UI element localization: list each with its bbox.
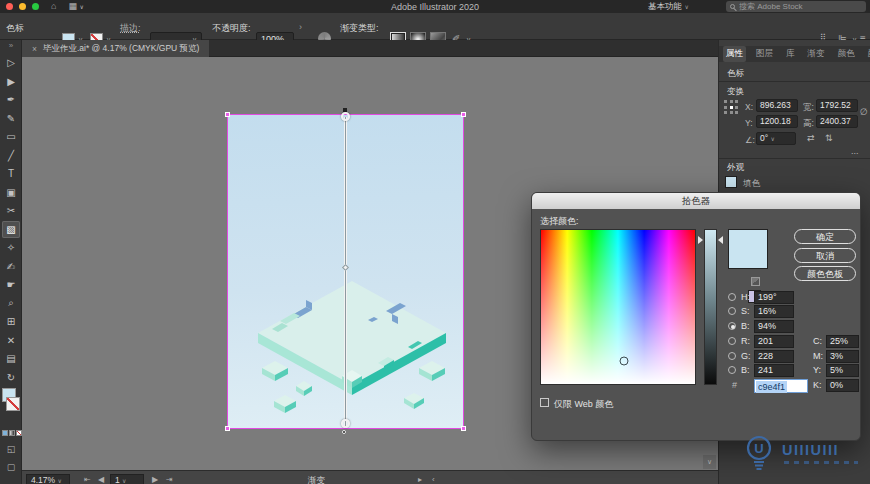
- opacity-label[interactable]: 不透明度:: [212, 22, 251, 35]
- appearance-fill-swatch[interactable]: [725, 176, 737, 188]
- b2-input[interactable]: 241: [754, 364, 794, 377]
- g-input[interactable]: 228: [754, 350, 794, 363]
- b2-radio[interactable]: [728, 366, 736, 374]
- x-input[interactable]: 896.263: [756, 99, 798, 112]
- join-tool[interactable]: ✕: [2, 332, 20, 350]
- tab-color[interactable]: 颜色: [835, 46, 858, 62]
- selection-handle[interactable]: [461, 112, 466, 117]
- rotate-view-tool[interactable]: ↻: [2, 369, 20, 387]
- collapse-toolbar-icon[interactable]: »: [0, 41, 22, 50]
- home-icon[interactable]: ⌂: [51, 0, 56, 13]
- k-input[interactable]: 0%: [826, 379, 859, 392]
- artboard-number[interactable]: 1 ∨: [110, 474, 144, 484]
- ok-button[interactable]: 确定: [794, 229, 856, 244]
- selection-handle[interactable]: [461, 426, 466, 431]
- gradient-end-stop[interactable]: [342, 430, 346, 434]
- zoom-tool[interactable]: ⌕: [2, 295, 20, 313]
- capture-tool[interactable]: ▤: [2, 350, 20, 368]
- workspace-switcher[interactable]: 基本功能 ∨: [648, 1, 689, 12]
- color-field-marker[interactable]: [620, 356, 629, 365]
- b-radio[interactable]: [728, 322, 736, 330]
- tab-libraries[interactable]: 库: [783, 46, 798, 62]
- edit-toolbar-icon[interactable]: ⋯: [0, 480, 22, 484]
- gradient-annotator-bar[interactable]: [344, 117, 347, 428]
- transform-more-options[interactable]: ...: [851, 146, 859, 156]
- scissors-tool[interactable]: ✂: [2, 202, 20, 220]
- dialog-title-bar[interactable]: 拾色器: [532, 193, 860, 209]
- gradient-start-handle[interactable]: [341, 112, 350, 121]
- tab-layers[interactable]: 图层: [753, 46, 776, 62]
- search-input[interactable]: [739, 2, 859, 11]
- gradient-tool[interactable]: ▧: [2, 221, 20, 239]
- s-radio[interactable]: [728, 307, 736, 315]
- prev-artboard-icon[interactable]: ◀: [98, 475, 104, 484]
- close-tab-icon[interactable]: ×: [32, 44, 37, 54]
- tab-gradient[interactable]: 渐变: [805, 46, 828, 62]
- cancel-button[interactable]: 取消: [794, 248, 856, 263]
- tab-color-guide[interactable]: 颜色参: [865, 46, 870, 62]
- color-swatches-button[interactable]: 颜色色板: [794, 266, 856, 281]
- gradient-mode-button[interactable]: [9, 430, 15, 436]
- toolbar-stroke-swatch[interactable]: [6, 397, 20, 411]
- hand-tool[interactable]: ☛: [2, 276, 20, 294]
- selection-handle[interactable]: [225, 426, 230, 431]
- artboard-tool[interactable]: ⊞: [2, 313, 20, 331]
- g-radio[interactable]: [728, 352, 736, 360]
- selection-handle[interactable]: [225, 112, 230, 117]
- close-window-button[interactable]: [6, 3, 13, 10]
- w-label: 宽:: [803, 102, 814, 114]
- reference-point-selector[interactable]: [724, 100, 739, 115]
- stock-search-box[interactable]: [726, 1, 866, 12]
- maximize-window-button[interactable]: [32, 3, 39, 10]
- color-mode-button[interactable]: [2, 430, 8, 436]
- angle-dropdown[interactable]: 0° ∨: [756, 132, 796, 145]
- document-tab[interactable]: × 毕业作业.ai* @ 4.17% (CMYK/GPU 预览): [22, 40, 209, 57]
- color-field[interactable]: [540, 229, 696, 385]
- screen-mode-icon[interactable]: ▢: [0, 462, 22, 472]
- b-input[interactable]: 94%: [754, 320, 794, 333]
- h-input[interactable]: 2400.37: [816, 115, 858, 128]
- tab-properties[interactable]: 属性: [723, 46, 746, 62]
- s-input[interactable]: 16%: [754, 305, 794, 318]
- flip-vertical-icon[interactable]: ⇅: [825, 133, 833, 143]
- stroke-label[interactable]: 描边:: [120, 22, 141, 35]
- rectangle-tool[interactable]: ▭: [2, 128, 20, 146]
- gradient-end-handle[interactable]: [341, 419, 350, 428]
- y2-input[interactable]: 5%: [826, 364, 859, 377]
- opacity-submenu-icon[interactable]: ›: [299, 22, 302, 32]
- web-only-checkbox[interactable]: [540, 398, 549, 407]
- pen-tool[interactable]: ✒: [2, 91, 20, 109]
- gamut-warning-icon[interactable]: [751, 277, 760, 286]
- constrain-proportions-icon[interactable]: ∅: [860, 107, 868, 117]
- status-play-icon[interactable]: ▸: [418, 475, 422, 484]
- curvature-tool[interactable]: ✎: [2, 110, 20, 128]
- w-input[interactable]: 1792.52: [816, 99, 858, 112]
- selection-tool[interactable]: ▷: [2, 54, 20, 72]
- y-input[interactable]: 1200.18: [756, 115, 798, 128]
- c-input[interactable]: 25%: [826, 335, 859, 348]
- type-tool[interactable]: T: [2, 165, 20, 183]
- slider-handle-left-icon[interactable]: [698, 236, 703, 244]
- hex-input[interactable]: c9e4f1: [754, 379, 808, 393]
- draw-mode-icon[interactable]: ◱: [0, 444, 22, 454]
- slider-handle-right-icon[interactable]: [718, 236, 723, 244]
- scrollbar-corner[interactable]: ∨: [703, 455, 716, 469]
- line-segment-tool[interactable]: ╱: [2, 147, 20, 165]
- free-transform-tool[interactable]: ▣: [2, 184, 20, 202]
- shaper-tool[interactable]: ✍: [2, 258, 20, 276]
- layout-grid-icon[interactable]: ▦ ∨: [68, 0, 83, 14]
- zoom-level[interactable]: 4.17% ∨: [26, 474, 70, 484]
- minimize-window-button[interactable]: [19, 3, 26, 10]
- last-artboard-icon[interactable]: ⇥: [166, 475, 173, 484]
- h-radio[interactable]: [728, 293, 736, 301]
- next-artboard-icon[interactable]: ▶: [152, 475, 158, 484]
- flip-horizontal-icon[interactable]: ⇄: [807, 133, 815, 143]
- m-input[interactable]: 3%: [826, 350, 859, 363]
- r-radio[interactable]: [728, 337, 736, 345]
- h-input[interactable]: 199°: [754, 291, 794, 304]
- first-artboard-icon[interactable]: ⇤: [84, 475, 91, 484]
- eyedropper-tool[interactable]: ✧: [2, 239, 20, 257]
- color-slider[interactable]: [704, 229, 717, 385]
- direct-selection-tool[interactable]: ▶: [2, 73, 20, 91]
- r-input[interactable]: 201: [754, 335, 794, 348]
